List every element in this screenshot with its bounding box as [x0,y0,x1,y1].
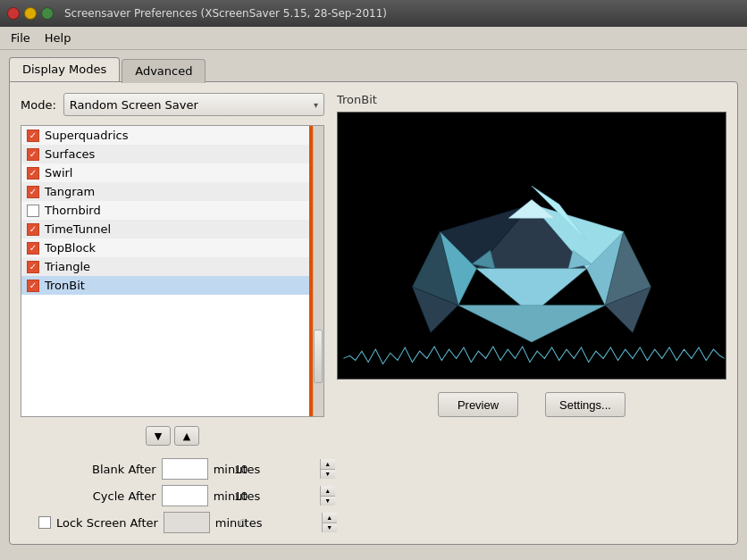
list-item[interactable]: Thornbird [21,201,323,220]
list-controls: ▼ ▲ [21,426,324,446]
menu-help[interactable]: Help [38,29,79,47]
bottom-controls: Blank After ▲ ▼ minutes Cycle After [21,458,324,533]
menu-file[interactable]: File [4,29,38,47]
blank-after-arrows: ▲ ▼ [320,459,335,479]
screensaver-name: Triangle [45,260,90,273]
screensaver-name: TopBlock [45,241,96,255]
left-panel: Mode: Random Screen Saver ▾ ✓Superquadri… [21,93,324,533]
titlebar-buttons [7,7,54,20]
screensaver-checkbox[interactable]: ✓ [27,280,39,292]
lock-screen-up[interactable]: ▲ [323,513,337,523]
mode-label: Mode: [21,98,56,112]
screensaver-name: Thornbird [45,204,101,217]
up-arrow-icon: ▲ [183,430,190,442]
cycle-after-unit: minutes [214,489,261,503]
screensaver-checkbox[interactable]: ✓ [27,186,39,198]
preview-buttons: Preview Settings... [337,392,726,417]
move-down-button[interactable]: ▼ [146,426,171,446]
screensaver-checkbox[interactable]: ✓ [27,167,39,180]
mode-select[interactable]: Random Screen Saver ▾ [63,93,324,116]
list-item[interactable]: ✓Superquadrics [21,126,323,145]
list-item[interactable]: ✓Triangle [21,257,323,276]
list-item[interactable]: ✓TopBlock [21,238,323,257]
tab-bar: Display Modes Advanced [9,57,738,81]
lock-screen-down[interactable]: ▼ [323,523,337,533]
cycle-after-down[interactable]: ▼ [321,497,335,506]
preview-label: TronBit [337,93,726,106]
main-window: Display Modes Advanced Mode: Random Scre… [0,50,747,560]
list-item[interactable]: ✓Tangram [21,182,323,201]
screensaver-checkbox[interactable]: ✓ [27,148,39,161]
screensaver-name: TimeTunnel [45,222,111,236]
tab-display-modes[interactable]: Display Modes [9,57,120,81]
screensaver-name: Swirl [45,166,72,180]
content-layout: Mode: Random Screen Saver ▾ ✓Superquadri… [21,93,726,533]
cycle-after-arrows: ▲ ▼ [320,486,335,506]
preview-box [337,112,726,380]
cycle-after-label: Cycle After [85,489,156,503]
blank-after-label: Blank After [85,463,156,476]
list-item[interactable]: ✓TronBit [21,276,323,295]
blank-after-up[interactable]: ▲ [321,459,335,470]
mode-select-arrow: ▾ [314,100,318,110]
lock-screen-row: Lock Screen After ▲ ▼ minutes [38,512,324,533]
list-item[interactable]: ✓Surfaces [21,145,323,163]
window-title: Screensaver Preferences (XScreenSaver 5.… [64,7,387,20]
list-item[interactable]: ✓TimeTunnel [21,220,323,238]
menubar: File Help [0,27,747,50]
screensaver-name: Tangram [45,185,95,198]
move-up-button[interactable]: ▲ [174,426,199,446]
preview-button[interactable]: Preview [438,392,518,417]
screensaver-checkbox[interactable]: ✓ [27,130,39,142]
lock-screen-input[interactable]: ▲ ▼ [164,512,210,533]
blank-after-input[interactable]: ▲ ▼ [162,458,208,480]
screensaver-checkbox[interactable]: ✓ [27,242,39,255]
screensaver-checkbox[interactable]: ✓ [27,261,39,273]
screensaver-checkbox[interactable] [27,205,39,217]
list-item[interactable]: ✓Swirl [21,163,323,182]
cycle-after-input[interactable]: ▲ ▼ [162,485,208,506]
lock-screen-checkbox[interactable] [38,516,51,529]
close-button[interactable] [7,7,20,20]
screensaver-name: Surfaces [45,147,95,161]
preview-svg [338,113,726,379]
maximize-button[interactable] [41,7,54,20]
screensaver-checkbox[interactable]: ✓ [27,223,39,236]
blank-after-down[interactable]: ▼ [321,470,335,480]
tab-advanced[interactable]: Advanced [122,59,206,83]
lock-screen-unit: minutes [215,516,263,530]
cycle-after-up[interactable]: ▲ [321,486,335,497]
tab-content: Mode: Random Screen Saver ▾ ✓Superquadri… [9,81,738,545]
lock-screen-arrows: ▲ ▼ [322,513,337,532]
screensaver-name: TronBit [45,279,85,292]
right-panel: TronBit [337,93,726,533]
lock-screen-label: Lock Screen After [56,516,158,530]
blank-after-unit: minutes [214,463,261,476]
down-arrow-icon: ▼ [155,430,162,442]
titlebar: Screensaver Preferences (XScreenSaver 5.… [0,0,747,27]
screensaver-list[interactable]: ✓Superquadrics✓Surfaces✓Swirl✓TangramTho… [21,125,324,417]
settings-button[interactable]: Settings... [545,392,625,417]
screensaver-name: Superquadrics [45,129,128,142]
cycle-after-row: Cycle After ▲ ▼ minutes [21,485,324,506]
scrollbar-track[interactable] [313,126,323,416]
mode-select-value: Random Screen Saver [70,98,198,112]
minimize-button[interactable] [24,7,37,20]
scrollbar-thumb[interactable] [314,330,323,383]
mode-row: Mode: Random Screen Saver ▾ [21,93,324,116]
blank-after-row: Blank After ▲ ▼ minutes [21,458,324,480]
